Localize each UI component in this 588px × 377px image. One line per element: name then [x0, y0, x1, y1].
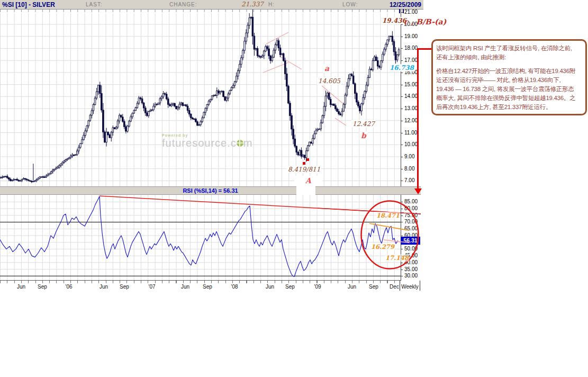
price-label-12427: 12.427: [351, 120, 376, 128]
analysis-note-line: 19.436 — 16.738 之间, 将发展一波平台震荡修正形态: [436, 85, 583, 94]
rsi-divergence-price-label: 18.471: [376, 212, 400, 219]
symbol-title: %SI [10] - SILVER: [2, 1, 55, 8]
watermark: Powered by futuresource.cm: [162, 133, 252, 149]
wave-label-b: b: [359, 131, 368, 140]
x-axis-label: Sep: [113, 284, 136, 290]
price-axis-label: 17.00: [404, 57, 418, 63]
x-axis-label: Jun: [174, 284, 197, 290]
analysis-note-line: 该时间框架内 RSI 产生了看涨反转信号, 在消除之前,: [436, 44, 583, 53]
price-axis-label: 19.00: [404, 33, 418, 39]
note-arrow-connector: [419, 48, 431, 50]
rsi-axis-label: 35.00: [404, 266, 418, 272]
x-axis-label: '06: [57, 284, 80, 290]
wave-label-A: A: [304, 176, 313, 185]
watermark-brand-left: futuresource.c: [162, 137, 237, 149]
rsi-chart-area[interactable]: [0, 195, 423, 281]
rsi-panel-title: RSI (%SI,14) = 56.31: [0, 187, 421, 194]
current-date-marker: [399, 9, 404, 13]
price-axis-label: 10.00: [404, 141, 418, 147]
note-arrow-head-icon: [414, 188, 422, 194]
x-axis-label: '07: [140, 284, 164, 290]
price-axis-label: 18.00: [404, 45, 418, 51]
price-axis-label: 12.00: [404, 118, 418, 123]
rsi-divergence-price-label: 16.279: [370, 243, 395, 250]
globe-icon: [237, 140, 243, 147]
rsi-axis-label: 70.00: [404, 219, 418, 225]
rsi-axis-label: 65.00: [404, 226, 418, 231]
x-axis-label: Sep: [196, 284, 219, 290]
analysis-note-line: [436, 62, 583, 67]
price-label-16738: 16.738: [388, 64, 415, 71]
header-bar: %SI [10] - SILVER LAST: CHANGE: 21.337 H…: [0, 0, 423, 10]
wave-label-a: a: [323, 64, 331, 73]
analysis-note-box: 该时间框架内 RSI 产生了看涨反转信号, 在消除之前,还有上涨的倾向, 由此推…: [431, 39, 587, 115]
low-marker-square-1: [303, 162, 305, 165]
change-label: CHANGE:: [169, 2, 197, 7]
price-axis-label: 14.00: [404, 93, 418, 99]
rsi-axis-label: 75.00: [404, 212, 418, 218]
x-axis-label: Jun: [340, 284, 364, 290]
x-axis-label: '08: [223, 284, 246, 290]
last-label: LAST:: [86, 2, 103, 7]
rsi-panel-titlebar: RSI (%SI,14) = 56.31: [0, 186, 421, 195]
x-axis-label: Jun: [92, 284, 115, 290]
x-axis-label: Sep: [362, 284, 385, 290]
x-axis-label: Sep: [31, 284, 54, 290]
x-axis-label: '09: [306, 284, 329, 290]
chart-application-window: %SI [10] - SILVER LAST: CHANGE: 21.337 H…: [0, 0, 588, 377]
low-marker-square-2: [306, 158, 309, 161]
analysis-note-line: 后再次向19.436上方, 甚至21.337附近运行。: [436, 103, 583, 112]
label-backing: [296, 186, 315, 195]
note-arrow-line: [417, 48, 419, 188]
high-annotation-21337: 21.337: [241, 1, 264, 8]
analysis-note-line: 价格自12.427开始的一波五浪结构, 有可能在19.436附: [436, 67, 583, 76]
rsi-axis-label: 50.00: [404, 246, 418, 252]
x-axis-tick-strip: [0, 281, 401, 283]
price-chart-area[interactable]: [0, 10, 423, 186]
x-axis-label: Jun: [10, 284, 33, 290]
price-label-8419: 8.419/811: [287, 166, 321, 173]
rsi-axis-label: 30.00: [404, 273, 418, 279]
watermark-powered-by: Powered by: [162, 133, 252, 137]
analysis-note-line: 概率大, 其间不排除在强势反弹中暂短超越19.436。之: [436, 94, 583, 103]
price-axis-label: 8.00: [404, 166, 415, 172]
price-svg: [0, 10, 423, 186]
timeframe-label: Weekly: [400, 284, 420, 290]
rsi-axis-label: 80.00: [404, 205, 418, 211]
price-axis-label: 11.00: [404, 130, 418, 136]
low-label: LOW:: [342, 2, 358, 7]
price-axis-label: 9.00: [404, 154, 415, 159]
price-axis-label: 15.00: [404, 82, 418, 87]
rsi-divergence-price-label: 17.148: [385, 254, 409, 262]
watermark-brand: futuresource.cm: [162, 137, 252, 149]
rsi-current-value-badge: 56.31: [401, 237, 420, 245]
price-axis-label: 13.00: [404, 105, 418, 111]
analysis-note-line: 近还没有运行完毕—— 对此, 价格从19.436向下,: [436, 76, 583, 85]
price-axis-label: 7.00: [404, 177, 415, 183]
chart-date: 12/25/2009: [379, 1, 421, 8]
price-axis-label: 21.00: [404, 9, 418, 15]
h-label: H:: [268, 2, 275, 7]
rsi-svg: [0, 195, 423, 281]
wave-label-c-bb-a: c , B/B-(a): [404, 17, 446, 26]
price-label-14605: 14.605: [317, 77, 341, 85]
axis-separator-line: [420, 281, 420, 291]
analysis-note-line: 还有上涨的倾向, 由此推测:: [436, 53, 583, 62]
watermark-brand-right: m: [243, 137, 253, 149]
x-axis-label: Sep: [278, 284, 302, 290]
rsi-axis-label: 85.00: [404, 199, 418, 204]
